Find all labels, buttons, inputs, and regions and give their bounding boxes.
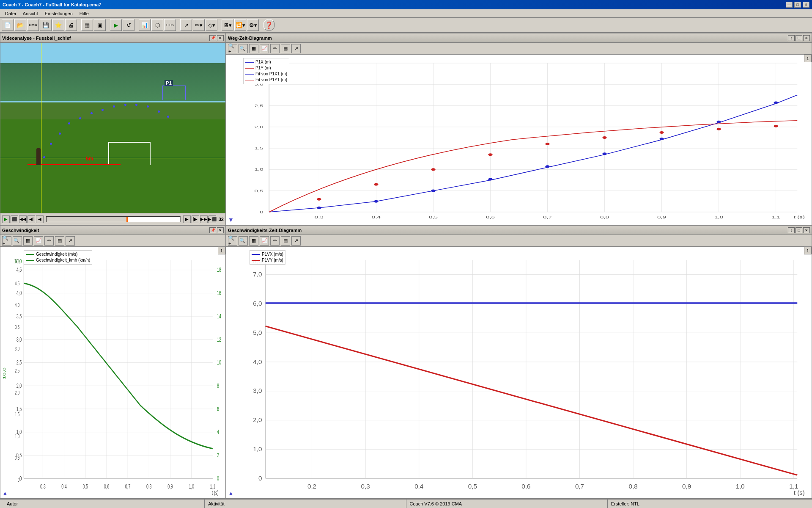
end-button[interactable]: ▶⬛ (208, 215, 216, 223)
video-panel-pin[interactable]: 📌 (209, 35, 216, 41)
tb-help[interactable]: ❓ (263, 19, 275, 31)
export-weg[interactable]: ↗ (291, 44, 301, 53)
tb-chart[interactable]: 📊 (139, 19, 151, 31)
status-aktivitaet-text: Aktivität (208, 501, 225, 506)
chart-type-s2[interactable]: 📈 (260, 236, 269, 246)
tb-print[interactable]: 🖨 (65, 19, 77, 31)
traj-dot (68, 122, 70, 124)
svg-text:t (s): t (s) (794, 215, 805, 219)
legend-fit-x: Fit von P1X1 (m) (245, 71, 287, 77)
speed2-max[interactable]: □ (796, 227, 802, 233)
speed2-panel-header: Geschwindigkeits-Zeit-Diagramm ↕ □ ✕ (226, 226, 812, 235)
weg-panel-restore[interactable]: ↕ (788, 35, 795, 41)
forward-button[interactable]: ▶ (183, 215, 191, 223)
tb-cma[interactable]: CMA (27, 19, 39, 31)
weg-chart-toolbar: 🔍+ 🔍- ▦ 📈 ✏ ▤ ↗ (226, 43, 812, 55)
table-s2[interactable]: ▤ (281, 236, 290, 246)
tb-settings[interactable]: ⚙▾ (247, 19, 259, 31)
grid-s1[interactable]: ▦ (23, 236, 33, 246)
status-bar: Autor Aktivität Coach V7.6 © 2019 CMA Er… (0, 499, 812, 508)
legend-p1vx-color (252, 254, 260, 255)
speed1-up-arrow[interactable]: ▲ (2, 490, 8, 497)
svg-text:0: 0 (19, 475, 22, 482)
tb-draw[interactable]: ✏▾ (193, 19, 205, 31)
rewind-button[interactable]: ◀ (36, 215, 44, 223)
svg-point-28 (488, 178, 492, 180)
tb-save[interactable]: 💾 (40, 19, 52, 31)
zoom-in-s1[interactable]: 🔍+ (2, 236, 11, 246)
menu-datei[interactable]: Datei (2, 10, 19, 17)
weg-down-arrow[interactable]: ▼ (228, 216, 234, 223)
speed2-close[interactable]: ✕ (803, 227, 810, 233)
tb-refresh[interactable]: ↺ (123, 19, 134, 31)
legend-geschw-color (26, 254, 34, 255)
minimize-button[interactable]: — (786, 2, 793, 8)
menu-hilfe[interactable]: Hilfe (76, 10, 92, 17)
legend-geschw-kmh-color (26, 260, 34, 261)
speed1-pin[interactable]: 📌 (209, 227, 216, 233)
step-back-button[interactable]: ◀| (27, 215, 35, 223)
table-weg[interactable]: ▤ (281, 44, 290, 53)
zoom-out-weg[interactable]: 🔍- (239, 44, 248, 53)
timeline[interactable] (46, 216, 181, 222)
grid-weg[interactable]: ▦ (249, 44, 258, 53)
speed1-close[interactable]: ✕ (217, 227, 224, 233)
edit-s1[interactable]: ✏ (44, 236, 54, 246)
svg-text:1,1: 1,1 (789, 483, 798, 489)
menu-einstellungen[interactable]: Einstellungen (41, 10, 76, 17)
stop-button[interactable]: ⬛ (11, 215, 18, 223)
speed1-chart-toolbar: 🔍+ 🔍- ▦ 📈 ✏ ▤ ↗ (0, 235, 225, 247)
legend-p1y: P1Y (m) (245, 65, 287, 71)
svg-text:2,0: 2,0 (15, 389, 19, 395)
fast-fwd-button[interactable]: ▶▶ (200, 215, 208, 223)
export-s1[interactable]: ↗ (66, 236, 75, 246)
play-button[interactable]: ▶ (2, 215, 10, 223)
svg-point-41 (717, 128, 721, 130)
grid-s2[interactable]: ▦ (249, 236, 258, 246)
tb-grid1[interactable]: ▦ (81, 19, 93, 31)
chart-type-s1[interactable]: 📈 (34, 236, 43, 246)
svg-text:0,3: 0,3 (40, 483, 46, 490)
zoom-out-s1[interactable]: 🔍- (13, 236, 22, 246)
tb-star[interactable]: ⭐ (52, 19, 64, 31)
traj-dot (135, 104, 137, 106)
close-button[interactable]: ✕ (803, 2, 809, 8)
chart-type-weg[interactable]: 📈 (260, 44, 269, 53)
export-s2[interactable]: ↗ (291, 236, 301, 246)
zoom-in-weg[interactable]: 🔍+ (228, 44, 237, 53)
edit-weg[interactable]: ✏ (270, 44, 280, 53)
prev-button[interactable]: ◀◀ (19, 215, 27, 223)
zoom-out-s2[interactable]: 🔍- (239, 236, 248, 246)
edit-s2[interactable]: ✏ (270, 236, 280, 246)
svg-text:0: 0 (18, 477, 20, 483)
tb-play[interactable]: ▶ (110, 19, 122, 31)
svg-text:1,0: 1,0 (15, 433, 19, 439)
tb-time[interactable]: 0.06 (164, 19, 176, 31)
speed2-restore[interactable]: ↕ (788, 227, 795, 233)
status-autor-text: Autor (7, 501, 18, 506)
step-fwd-button[interactable]: |▶ (192, 215, 199, 223)
tb-export[interactable]: ↗ (180, 19, 192, 31)
speed2-up-arrow[interactable]: ▲ (228, 490, 234, 497)
tb-new[interactable]: 📄 (2, 19, 14, 31)
main-content: Videoanalyse - Fussball_schief 📌 ✕ (0, 33, 812, 499)
video-panel-close[interactable]: ✕ (217, 35, 224, 41)
speed2-chart-toolbar: 🔍+ 🔍- ▦ 📈 ✏ ▤ ↗ (226, 235, 812, 247)
video-image: 5m P1 (0, 43, 225, 213)
svg-text:12: 12 (217, 336, 221, 343)
tb-screen[interactable]: 🖥▾ (222, 19, 233, 31)
weg-panel-max[interactable]: □ (796, 35, 802, 41)
weg-chart-area: 1 ▼ P1X (m) P1Y (m) Fit von P1X1 (m) (226, 55, 812, 225)
video-frame: 5m P1 (0, 43, 225, 213)
table-s1[interactable]: ▤ (55, 236, 64, 246)
speed1-badge: 1 (218, 247, 225, 254)
tb-shape[interactable]: ◇▾ (206, 19, 217, 31)
tb-sensor[interactable]: ⬡ (151, 19, 163, 31)
tb-open[interactable]: 📂 (14, 19, 26, 31)
menu-ansicht[interactable]: Ansicht (19, 10, 41, 17)
tb-cycle[interactable]: 🔁▾ (234, 19, 246, 31)
tb-grid2[interactable]: ▣ (94, 19, 106, 31)
maximize-button[interactable]: □ (794, 2, 801, 8)
weg-panel-close[interactable]: ✕ (803, 35, 810, 41)
zoom-in-s2[interactable]: 🔍+ (228, 236, 237, 246)
